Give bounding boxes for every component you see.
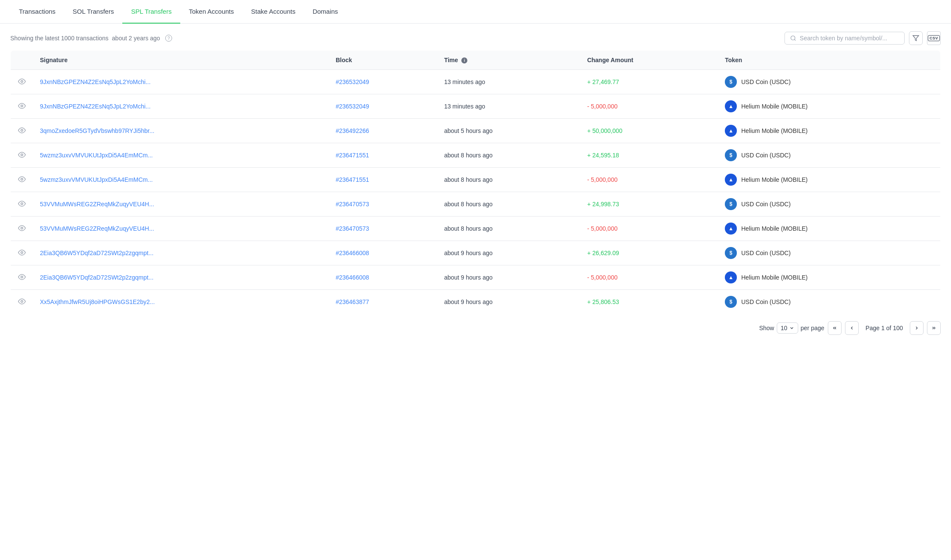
block-link[interactable]: #236466008 — [336, 250, 369, 256]
signature-link[interactable]: 3qmoZxedoeR5GTydVbswhb97RYJi5hbr... — [40, 127, 154, 134]
time-info-icon: i — [461, 57, 467, 63]
eye-icon[interactable] — [18, 175, 26, 183]
token-cell: $ USD Coin (USDC) — [725, 247, 933, 259]
col-token: Token — [718, 51, 940, 70]
token-icon: ▲ — [725, 223, 737, 235]
signature-link[interactable]: Xx5AxjthmJfwR5Uj8oiHPGWsGS1E2by2... — [40, 298, 155, 305]
table-header: Signature Block Time i Change Amount Tok… — [11, 51, 941, 70]
per-page-value: 10 — [781, 325, 787, 331]
block-link[interactable]: #236470573 — [336, 201, 369, 208]
tab-stake-accounts[interactable]: Stake Accounts — [242, 0, 304, 24]
table-row: Xx5AxjthmJfwR5Uj8oiHPGWsGS1E2by2...#2364… — [11, 290, 941, 314]
eye-icon[interactable] — [18, 200, 26, 208]
time-ago-text: about 2 years ago — [112, 35, 160, 42]
svg-point-9 — [21, 252, 23, 254]
tooltip-icon[interactable]: ? — [165, 35, 172, 42]
svg-point-2 — [21, 81, 23, 83]
time-value: about 8 hours ago — [444, 201, 493, 208]
svg-point-11 — [21, 301, 23, 303]
signature-link[interactable]: 2Eia3QB6W5YDqf2aD72SWt2p2zgqmpt... — [40, 250, 154, 256]
time-value: 13 minutes ago — [444, 78, 485, 85]
eye-icon[interactable] — [18, 298, 26, 305]
block-link[interactable]: #236532049 — [336, 78, 369, 85]
block-link[interactable]: #236532049 — [336, 103, 369, 110]
next-page-icon — [914, 325, 919, 331]
prev-page-button[interactable] — [845, 321, 859, 335]
tab-transactions[interactable]: Transactions — [10, 0, 64, 24]
table-row: 2Eia3QB6W5YDqf2aD72SWt2p2zgqmpt...#23646… — [11, 241, 941, 265]
next-page-button[interactable] — [910, 321, 924, 335]
token-icon: $ — [725, 247, 737, 259]
search-icon — [790, 35, 797, 42]
tab-sol-transfers[interactable]: SOL Transfers — [64, 0, 122, 24]
eye-icon[interactable] — [18, 126, 26, 134]
signature-link[interactable]: 9JxnNBzGPEZN4Z2EsNq5JpL2YoMchi... — [40, 103, 151, 110]
tab-token-accounts[interactable]: Token Accounts — [180, 0, 242, 24]
eye-icon[interactable] — [18, 249, 26, 256]
search-input[interactable] — [800, 35, 899, 42]
col-time: Time i — [437, 51, 580, 70]
toolbar-info: Showing the latest 1000 transactions abo… — [10, 35, 172, 42]
change-amount: - 5,000,000 — [587, 225, 618, 232]
per-page-select[interactable]: 10 — [777, 322, 798, 334]
time-value: about 9 hours ago — [444, 250, 493, 256]
last-page-button[interactable] — [927, 321, 941, 335]
svg-point-0 — [791, 36, 795, 40]
svg-point-5 — [21, 154, 23, 156]
block-link[interactable]: #236492266 — [336, 127, 369, 134]
pagination-show: Show 10 per page — [759, 322, 824, 334]
eye-icon[interactable] — [18, 78, 26, 85]
eye-icon[interactable] — [18, 224, 26, 232]
csv-button[interactable]: CSV — [927, 31, 941, 45]
block-link[interactable]: #236471551 — [336, 176, 369, 183]
table-row: 53VVMuMWsREG2ZReqMkZuqyVEU4H...#23647057… — [11, 217, 941, 241]
signature-link[interactable]: 9JxnNBzGPEZN4Z2EsNq5JpL2YoMchi... — [40, 78, 151, 85]
block-link[interactable]: #236466008 — [336, 274, 369, 281]
signature-link[interactable]: 53VVMuMWsREG2ZReqMkZuqyVEU4H... — [40, 201, 154, 208]
token-icon: $ — [725, 296, 737, 308]
svg-point-10 — [21, 276, 23, 278]
block-link[interactable]: #236470573 — [336, 225, 369, 232]
toolbar: Showing the latest 1000 transactions abo… — [0, 24, 951, 50]
eye-icon[interactable] — [18, 273, 26, 281]
change-amount: + 25,806.53 — [587, 298, 619, 305]
token-name: USD Coin (USDC) — [741, 78, 790, 85]
transactions-table: Signature Block Time i Change Amount Tok… — [10, 50, 941, 314]
token-icon: $ — [725, 149, 737, 161]
token-icon: $ — [725, 76, 737, 88]
eye-icon[interactable] — [18, 102, 26, 110]
change-amount: + 24,595.18 — [587, 152, 619, 159]
signature-link[interactable]: 2Eia3QB6W5YDqf2aD72SWt2p2zgqmpt... — [40, 274, 154, 281]
filter-icon — [912, 35, 919, 42]
table-row: 2Eia3QB6W5YDqf2aD72SWt2p2zgqmpt...#23646… — [11, 265, 941, 290]
tab-domains[interactable]: Domains — [304, 0, 346, 24]
svg-marker-1 — [913, 36, 918, 41]
search-box[interactable] — [784, 32, 905, 45]
token-name: Helium Mobile (MOBILE) — [741, 225, 808, 232]
table-row: 9JxnNBzGPEZN4Z2EsNq5JpL2YoMchi...#236532… — [11, 70, 941, 94]
change-amount: - 5,000,000 — [587, 274, 618, 281]
signature-link[interactable]: 5wzmz3uxvVMVUKUtJpxDi5A4EmMCm... — [40, 176, 153, 183]
table-container: Signature Block Time i Change Amount Tok… — [0, 50, 951, 314]
eye-icon[interactable] — [18, 151, 26, 159]
token-cell: ▲ Helium Mobile (MOBILE) — [725, 223, 933, 235]
table-row: 3qmoZxedoeR5GTydVbswhb97RYJi5hbr...#2364… — [11, 119, 941, 143]
last-page-icon — [931, 325, 936, 331]
time-value: about 9 hours ago — [444, 274, 493, 281]
signature-link[interactable]: 53VVMuMWsREG2ZReqMkZuqyVEU4H... — [40, 225, 154, 232]
signature-link[interactable]: 5wzmz3uxvVMVUKUtJpxDi5A4EmMCm... — [40, 152, 153, 159]
table-row: 5wzmz3uxvVMVUKUtJpxDi5A4EmMCm...#2364715… — [11, 143, 941, 168]
block-link[interactable]: #236471551 — [336, 152, 369, 159]
col-signature: Signature — [33, 51, 329, 70]
first-page-button[interactable] — [828, 321, 842, 335]
token-name: USD Coin (USDC) — [741, 201, 790, 208]
tab-spl-transfers[interactable]: SPL Transfers — [122, 0, 180, 24]
time-value: about 8 hours ago — [444, 152, 493, 159]
table-body: 9JxnNBzGPEZN4Z2EsNq5JpL2YoMchi...#236532… — [11, 70, 941, 314]
token-icon: ▲ — [725, 271, 737, 283]
page-info: Page 1 of 100 — [862, 323, 906, 333]
block-link[interactable]: #236463877 — [336, 298, 369, 305]
token-cell: ▲ Helium Mobile (MOBILE) — [725, 100, 933, 112]
filter-button[interactable] — [909, 31, 923, 45]
table-row: 5wzmz3uxvVMVUKUtJpxDi5A4EmMCm...#2364715… — [11, 168, 941, 192]
